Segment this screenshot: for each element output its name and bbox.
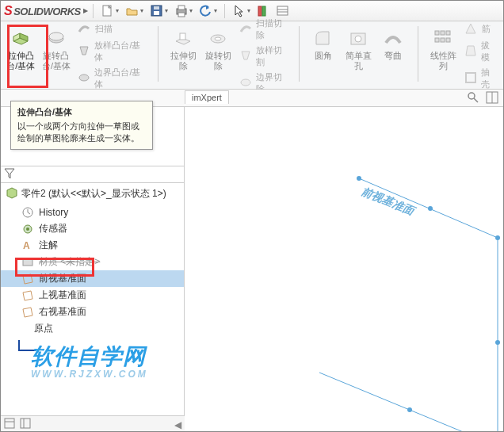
hole-label: 简单直 孔 [346, 51, 372, 71]
boundary-icon [78, 71, 91, 86]
svg-rect-3 [154, 6, 159, 10]
loft-button[interactable]: 放样凸台/基体 [74, 38, 150, 65]
panel-footer: ◀ [1, 415, 185, 432]
svg-rect-39 [21, 419, 30, 428]
revolve-label: 旋转凸 台/基体 [42, 51, 71, 71]
rib-icon [464, 22, 479, 36]
separator [93, 4, 94, 18]
separator [224, 4, 225, 18]
svg-point-45 [495, 340, 500, 345]
extrude-icon [10, 29, 31, 49]
svg-rect-37 [5, 419, 14, 428]
search-icon[interactable] [467, 91, 479, 107]
tree-material[interactable]: 材质 <未指定> [1, 254, 184, 270]
undo-button[interactable]: ▾ [197, 2, 220, 20]
sweep-cut-button[interactable]: 扫描切除 [236, 16, 290, 43]
pattern-label: 线性阵 列 [430, 51, 456, 71]
tree-sensors[interactable]: 传感器 [1, 220, 184, 237]
chevron-left-icon[interactable]: ◀ [174, 419, 181, 430]
bend-button[interactable]: 弯曲 [376, 26, 410, 86]
viewport[interactable]: 前视基准面 [185, 107, 503, 432]
footer-icon-1[interactable] [4, 418, 15, 431]
extrude-cut-label: 拉伸切 除 [170, 51, 197, 71]
footer-icon-2[interactable] [20, 418, 31, 431]
loft-cut-icon [239, 49, 252, 63]
fillet-button[interactable]: 圆角 [307, 26, 340, 86]
shell-icon [464, 71, 477, 86]
svg-rect-24 [435, 38, 439, 42]
tree-front-plane[interactable]: 前视基准面 [1, 270, 184, 287]
fillet-icon [313, 29, 334, 49]
plane-icon [21, 289, 34, 302]
draft-icon [464, 44, 477, 59]
hole-icon [348, 29, 368, 49]
print-button[interactable]: ▾ [172, 2, 195, 20]
fillet-label: 圆角 [315, 51, 332, 61]
revolve-cut-label: 旋转切 除 [205, 51, 231, 71]
feature-tree-panel: 拉伸凸台/基体 以一个或两个方向拉伸一草图或绘制的草图轮廓来生成一实体。 零件2… [1, 107, 185, 432]
svg-point-41 [357, 176, 361, 181]
tree-annotations[interactable]: A注解 [1, 237, 184, 254]
svg-point-20 [355, 36, 361, 42]
sweep-button[interactable]: 扫描 [74, 21, 150, 38]
expand-icon[interactable] [486, 91, 498, 107]
extrude-cut-icon [173, 29, 193, 49]
svg-rect-23 [446, 31, 450, 35]
svg-point-42 [495, 235, 500, 240]
menu-arrow-icon[interactable]: ▶ [83, 7, 88, 14]
tree-history[interactable]: History [1, 205, 184, 220]
annotations-icon: A [21, 239, 34, 252]
tree-origin[interactable]: 原点 [1, 320, 184, 337]
draft-button[interactable]: 拔模 [461, 38, 500, 65]
sweep-icon [78, 22, 92, 36]
svg-point-46 [407, 407, 412, 412]
loft-cut-button[interactable]: 放样切割 [236, 43, 290, 70]
history-icon [21, 206, 34, 219]
svg-rect-36 [23, 259, 32, 266]
extrude-cut-button[interactable]: 拉伸切 除 [166, 26, 200, 86]
open-button[interactable]: ▾ [123, 2, 146, 20]
svg-text:A: A [23, 240, 30, 251]
plane-label: 前视基准面 [360, 185, 418, 218]
svg-line-29 [474, 98, 478, 102]
tree-right-plane[interactable]: 右视基准面 [1, 304, 184, 320]
new-button[interactable]: ▾ [98, 2, 121, 20]
boundary-button[interactable]: 边界凸台/基体 [74, 65, 150, 92]
rib-button[interactable]: 筋 [461, 21, 500, 38]
linear-pattern-button[interactable]: 线性阵 列 [426, 26, 460, 86]
separator [418, 26, 418, 82]
bend-label: 弯曲 [384, 51, 402, 61]
tree-root[interactable]: 零件2 (默认<<默认>_显示状态 1>) [1, 183, 184, 205]
svg-rect-21 [435, 31, 439, 35]
svg-rect-6 [178, 13, 185, 17]
tab-dimxpert[interactable]: imXpert [185, 90, 229, 104]
svg-rect-2 [154, 11, 159, 15]
revolve-boss-button[interactable]: 旋转凸 台/基体 [40, 26, 74, 86]
plane-outline [319, 178, 498, 432]
app-logo: SSOLIDWORKS [4, 4, 81, 18]
separator [158, 26, 158, 82]
svg-rect-25 [441, 38, 445, 42]
shell-button[interactable]: 抽壳 [461, 65, 500, 92]
filter-bar [1, 166, 184, 183]
loft-icon [78, 44, 91, 59]
svg-rect-26 [446, 38, 450, 42]
pattern-icon [433, 29, 453, 49]
svg-rect-9 [277, 6, 288, 15]
funnel-icon[interactable] [4, 168, 15, 182]
tooltip-body: 以一个或两个方向拉伸一草图或绘制的草图轮廓来生成一实体。 [17, 120, 146, 144]
svg-point-13 [49, 32, 63, 40]
svg-point-17 [215, 37, 221, 40]
revolve-cut-button[interactable]: 旋转切 除 [201, 26, 235, 86]
revolve-cut-icon [208, 29, 228, 49]
svg-point-14 [79, 75, 89, 81]
simple-hole-button[interactable]: 简单直 孔 [342, 26, 375, 86]
svg-point-34 [26, 227, 29, 231]
sensors-icon [21, 223, 34, 235]
sweep-cut-icon [239, 22, 252, 36]
svg-rect-15 [180, 33, 185, 40]
separator [299, 26, 300, 82]
save-button[interactable]: ▾ [147, 2, 170, 20]
tree-top-plane[interactable]: 上视基准面 [1, 287, 184, 304]
extrude-boss-button[interactable]: 拉伸凸 台/基体 [4, 26, 38, 86]
